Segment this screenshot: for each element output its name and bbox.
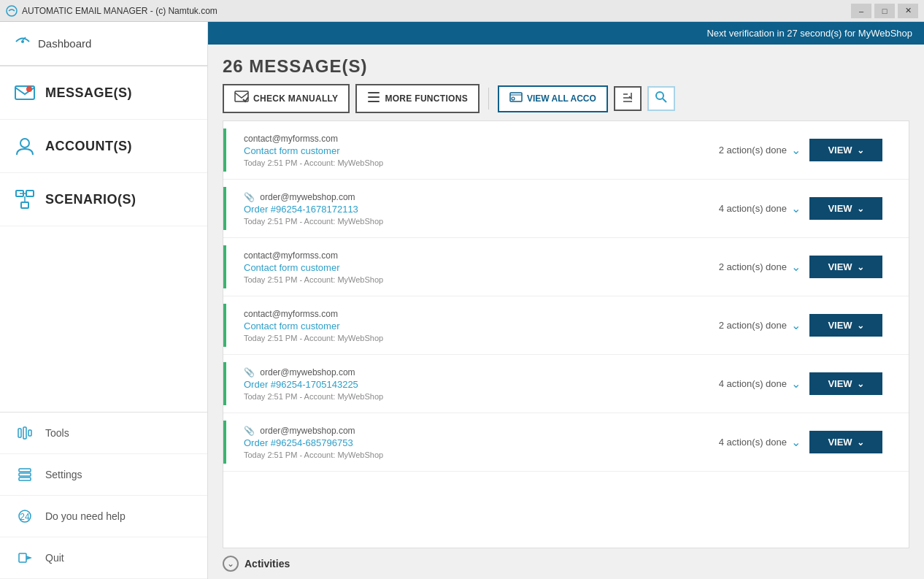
message-from-2: contact@myformss.com (244, 250, 719, 261)
more-functions-button[interactable]: More Functions (355, 84, 480, 113)
view-label-0: VIEW (828, 145, 852, 156)
message-main-0: contact@myformss.com Contact form custom… (235, 134, 719, 167)
message-subject-0[interactable]: Contact form customer (244, 145, 719, 156)
message-from-3: contact@myformss.com (244, 309, 719, 319)
sidebar-bottom: Tools Settings 24 (0, 412, 207, 579)
sidebar-item-dashboard[interactable]: Dashboard (0, 22, 207, 66)
message-item: contact@myformss.com Contact form custom… (223, 238, 909, 296)
view-label-1: VIEW (828, 203, 852, 214)
maximize-button[interactable]: □ (874, 4, 895, 18)
actions-done-text-3: 2 action(s) done (719, 320, 787, 331)
expand-chevron-2[interactable]: ⌄ (791, 260, 801, 274)
message-main-4: 📎 order@mywebshop.com Order #96254-17051… (235, 367, 719, 401)
tools-label: Tools (45, 427, 69, 439)
message-actions-5: 4 action(s) done ⌄ VIEW ⌄ (719, 431, 882, 453)
actions-done-text-4: 4 action(s) done (719, 378, 787, 389)
sidebar-item-settings[interactable]: Settings (0, 454, 207, 496)
view-label-4: VIEW (828, 378, 852, 389)
message-subject-2[interactable]: Contact form customer (244, 262, 719, 273)
view-chevron-0: ⌄ (857, 145, 864, 156)
activities-toggle-button[interactable]: ⌄ (223, 556, 239, 572)
actions-done-text-2: 2 action(s) done (719, 261, 787, 272)
check-manually-label: CHECK MANUALLY (253, 93, 338, 104)
expand-chevron-5[interactable]: ⌄ (791, 435, 801, 449)
sidebar-item-quit[interactable]: Quit (0, 537, 207, 579)
message-from-4: 📎 order@mywebshop.com (244, 367, 719, 377)
expand-chevron-4[interactable]: ⌄ (791, 377, 801, 391)
activities-bar: ⌄ Activities (208, 548, 924, 579)
check-manually-button[interactable]: CHECK MANUALLY (223, 84, 350, 113)
activities-chevron-icon: ⌄ (227, 559, 234, 569)
expand-chevron-0[interactable]: ⌄ (791, 143, 801, 157)
message-actions-4: 4 action(s) done ⌄ VIEW ⌄ (719, 372, 882, 395)
view-chevron-2: ⌄ (857, 262, 864, 272)
view-button-1[interactable]: VIEW ⌄ (809, 197, 882, 220)
view-all-accounts-button[interactable]: VIEW ALL ACCO (498, 85, 608, 112)
actions-done-4: 4 action(s) done ⌄ (719, 377, 801, 391)
dashboard-label: Dashboard (38, 37, 91, 50)
svg-rect-23 (368, 96, 380, 98)
messages-scroll[interactable]: contact@myformss.com Contact form custom… (223, 121, 909, 548)
view-label-2: VIEW (828, 261, 852, 272)
tools-icon (15, 423, 35, 443)
view-button-2[interactable]: VIEW ⌄ (809, 256, 882, 278)
view-chevron-1: ⌄ (857, 204, 864, 214)
help-label: Do you need help (45, 510, 126, 522)
minimize-button[interactable]: – (851, 4, 871, 18)
view-button-0[interactable]: VIEW ⌄ (809, 139, 882, 161)
svg-point-27 (512, 97, 515, 100)
messages-panel: contact@myformss.com Contact form custom… (223, 120, 909, 548)
expand-chevron-1[interactable]: ⌄ (791, 202, 801, 215)
sidebar-item-accounts[interactable]: ACCOUNT(S) (0, 120, 207, 173)
message-meta-3: Today 2:51 PM - Account: MyWebShop (244, 334, 719, 342)
view-button-4[interactable]: VIEW ⌄ (809, 372, 882, 395)
notification-text: Next verification in 27 second(s) for My… (707, 28, 912, 39)
message-subject-1[interactable]: Order #96254-1678172113 (244, 204, 719, 215)
notification-banner: Next verification in 27 second(s) for My… (208, 22, 924, 45)
message-actions-1: 4 action(s) done ⌄ VIEW ⌄ (719, 197, 882, 220)
message-actions-2: 2 action(s) done ⌄ VIEW ⌄ (719, 256, 882, 278)
svg-rect-7 (26, 191, 34, 196)
sort-button[interactable] (614, 86, 642, 111)
svg-point-0 (7, 6, 17, 16)
window-controls: – □ ✕ (851, 4, 918, 18)
actions-done-text-0: 2 action(s) done (719, 145, 787, 156)
help-icon: 24 (15, 506, 35, 526)
attach-icon-4: 📎 (244, 367, 255, 377)
svg-rect-22 (368, 92, 380, 93)
message-from-text-1: order@mywebshop.com (260, 192, 355, 202)
message-from-text-5: order@mywebshop.com (260, 426, 355, 436)
sidebar: Dashboard MESSAGE(S) ACCOUNT(S) (0, 22, 208, 579)
close-button[interactable]: ✕ (898, 4, 918, 18)
scenarios-icon (15, 189, 35, 210)
svg-rect-14 (19, 469, 31, 472)
search-button[interactable] (647, 86, 675, 111)
scenarios-label: SCENARIO(S) (45, 192, 136, 207)
view-button-5[interactable]: VIEW ⌄ (809, 431, 882, 453)
sidebar-item-scenarios[interactable]: SCENARIO(S) (0, 173, 207, 226)
sidebar-item-help[interactable]: 24 Do you need help (0, 496, 207, 537)
messages-label: MESSAGE(S) (45, 85, 132, 101)
expand-chevron-3[interactable]: ⌄ (791, 318, 801, 332)
svg-rect-13 (28, 430, 31, 436)
svg-point-31 (656, 92, 663, 99)
svg-rect-11 (18, 429, 21, 437)
message-from-text-3: contact@myformss.com (244, 309, 338, 319)
message-main-2: contact@myformss.com Contact form custom… (235, 250, 719, 284)
svg-rect-15 (19, 473, 31, 476)
message-item: contact@myformss.com Contact form custom… (223, 121, 909, 180)
message-subject-4[interactable]: Order #96254-1705143225 (244, 379, 719, 390)
sidebar-item-messages[interactable]: MESSAGE(S) (0, 66, 207, 120)
svg-line-32 (663, 99, 666, 102)
message-main-1: 📎 order@mywebshop.com Order #96254-16781… (235, 192, 719, 226)
app-body: Dashboard MESSAGE(S) ACCOUNT(S) (0, 22, 924, 579)
quit-icon (15, 548, 35, 568)
actions-done-text-1: 4 action(s) done (719, 203, 787, 214)
message-item: 📎 order@mywebshop.com Order #96254-16781… (223, 180, 909, 238)
sidebar-item-tools[interactable]: Tools (0, 413, 207, 454)
svg-rect-12 (23, 427, 26, 439)
message-subject-3[interactable]: Contact form customer (244, 321, 719, 331)
view-label-3: VIEW (828, 320, 852, 331)
view-button-3[interactable]: VIEW ⌄ (809, 314, 882, 337)
message-subject-5[interactable]: Order #96254-685796753 (244, 437, 719, 448)
